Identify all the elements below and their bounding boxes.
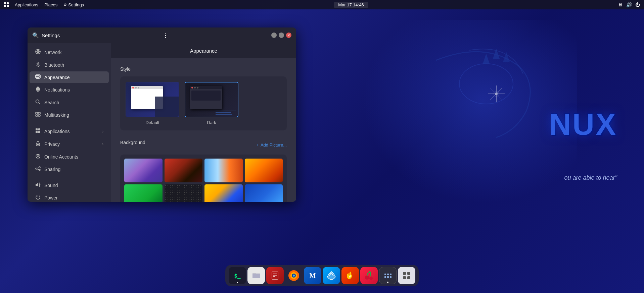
svg-line-33 — [37, 169, 39, 170]
sidebar-item-bluetooth[interactable]: Bluetooth — [30, 59, 109, 71]
svg-line-16 — [39, 103, 41, 105]
topbar-power-icon[interactable]: ⏻ — [635, 2, 640, 7]
titlebar-right: ✕ — [271, 33, 291, 38]
topbar-datetime: Mar 17 14:46 — [334, 2, 368, 8]
sidebar-item-privacy[interactable]: Privacy › — [30, 138, 109, 150]
background-section: Background + Add Picture... — [120, 140, 287, 202]
sidebar-label-notifications: Notifications — [44, 87, 70, 93]
style-option-dark[interactable]: Dark — [185, 82, 238, 125]
style-dark-label: Dark — [207, 120, 216, 125]
sidebar-item-notifications[interactable]: Notifications — [30, 83, 109, 96]
style-preview-dark — [185, 82, 238, 117]
add-picture-label: Add Picture... — [261, 142, 287, 148]
dock-terminal-indicator — [237, 282, 238, 283]
bg-item-2[interactable] — [165, 159, 203, 182]
topbar-right: 🖥 🔊 ⏻ — [618, 2, 640, 7]
window-titlebar: 🔍 Settings ⋮ ✕ — [28, 27, 296, 43]
svg-rect-12 — [37, 78, 39, 79]
topbar-applications[interactable]: Applications — [15, 2, 38, 7]
bg-item-1[interactable] — [124, 159, 163, 182]
svg-line-32 — [37, 168, 39, 168]
sidebar-item-online-accounts[interactable]: Online Accounts — [30, 151, 109, 163]
window-menu-button[interactable]: ⋮ — [163, 32, 169, 39]
desktop-quote: ou are able to hear" — [564, 174, 617, 181]
sidebar-item-power[interactable]: Power — [30, 191, 109, 202]
svg-rect-50 — [403, 276, 406, 279]
sidebar-divider-1 — [32, 123, 106, 123]
desktop-logo-text: NUX — [549, 107, 617, 142]
online-accounts-icon — [35, 154, 41, 160]
window-body: Network Bluetooth — [28, 43, 296, 202]
settings-window: 🔍 Settings ⋮ ✕ — [28, 27, 296, 202]
bg-item-7[interactable] — [204, 184, 243, 202]
add-picture-button[interactable]: + Add Picture... — [256, 142, 287, 148]
window-maximize-button[interactable] — [279, 33, 284, 38]
sidebar-label-sound: Sound — [44, 183, 58, 188]
titlebar-left: 🔍 Settings — [32, 32, 60, 39]
bg-item-6[interactable] — [165, 184, 203, 202]
svg-rect-51 — [407, 276, 410, 279]
svg-rect-48 — [403, 272, 406, 275]
main-content: Style — [111, 58, 296, 202]
svg-point-45 — [293, 275, 295, 277]
svg-rect-13 — [36, 75, 39, 77]
dock-stacer[interactable] — [323, 267, 340, 284]
sidebar: Network Bluetooth — [28, 43, 111, 202]
svg-rect-18 — [38, 112, 40, 114]
svg-rect-37 — [252, 273, 256, 274]
bluetooth-icon — [35, 62, 41, 68]
style-option-default[interactable]: Default — [126, 82, 179, 125]
sidebar-label-online-accounts: Online Accounts — [44, 154, 78, 160]
bg-item-8[interactable] — [245, 184, 283, 202]
dock: $_ M — [225, 265, 419, 286]
dock-ilia[interactable] — [379, 267, 397, 284]
bg-item-4[interactable] — [245, 159, 283, 182]
sidebar-label-network: Network — [44, 50, 61, 55]
bg-item-5[interactable] — [124, 184, 163, 202]
style-section: Style — [120, 66, 287, 130]
dock-texteditor[interactable] — [266, 267, 284, 284]
applications-chevron-icon: › — [102, 129, 103, 134]
sidebar-item-network[interactable]: Network — [30, 46, 109, 58]
svg-point-46 — [365, 276, 369, 280]
dock-cherry[interactable] — [360, 267, 378, 284]
dock-mullvad[interactable]: M — [304, 267, 321, 284]
sidebar-item-sharing[interactable]: Sharing — [30, 163, 109, 175]
sidebar-label-appearance: Appearance — [44, 75, 70, 80]
sidebar-item-sound[interactable]: Sound — [30, 179, 109, 191]
right-panel: Appearance Style — [111, 43, 296, 202]
sidebar-label-applications: Applications — [44, 129, 70, 134]
svg-point-15 — [36, 100, 39, 103]
window-minimize-button[interactable] — [271, 33, 277, 38]
topbar-settings[interactable]: ⚙ Settings — [63, 2, 84, 7]
style-preview-default — [126, 82, 179, 117]
network-icon — [35, 49, 41, 55]
dock-files[interactable] — [247, 267, 265, 284]
sidebar-item-multitasking[interactable]: Multitasking — [30, 109, 109, 121]
notifications-icon — [35, 86, 41, 93]
apps-grid-icon[interactable] — [4, 2, 9, 7]
topbar-volume-icon[interactable]: 🔊 — [626, 2, 632, 7]
dock-firetools[interactable] — [341, 267, 359, 284]
svg-marker-7 — [483, 54, 490, 64]
topbar: Applications Places ⚙ Settings Mar 17 14… — [0, 0, 644, 9]
sidebar-item-applications[interactable]: Applications › — [30, 125, 109, 137]
dock-firefox[interactable] — [285, 267, 303, 284]
svg-rect-38 — [272, 272, 278, 279]
window-close-button[interactable]: ✕ — [286, 33, 291, 38]
search-icon[interactable]: 🔍 — [32, 32, 39, 39]
sidebar-item-appearance[interactable]: Appearance — [30, 71, 109, 83]
svg-point-10 — [36, 49, 40, 54]
applications-icon — [35, 128, 41, 134]
sidebar-label-multitasking: Multitasking — [44, 112, 69, 118]
topbar-places[interactable]: Places — [44, 2, 57, 7]
sidebar-item-search[interactable]: Search — [30, 96, 109, 109]
sidebar-label-power: Power — [44, 195, 58, 200]
background-grid — [120, 155, 287, 202]
bg-item-3[interactable] — [204, 159, 243, 182]
topbar-screen-icon[interactable]: 🖥 — [618, 2, 623, 7]
svg-point-28 — [37, 155, 39, 157]
dock-terminal[interactable]: $_ — [229, 267, 246, 284]
dock-grid[interactable] — [398, 267, 415, 284]
svg-point-29 — [36, 168, 37, 169]
